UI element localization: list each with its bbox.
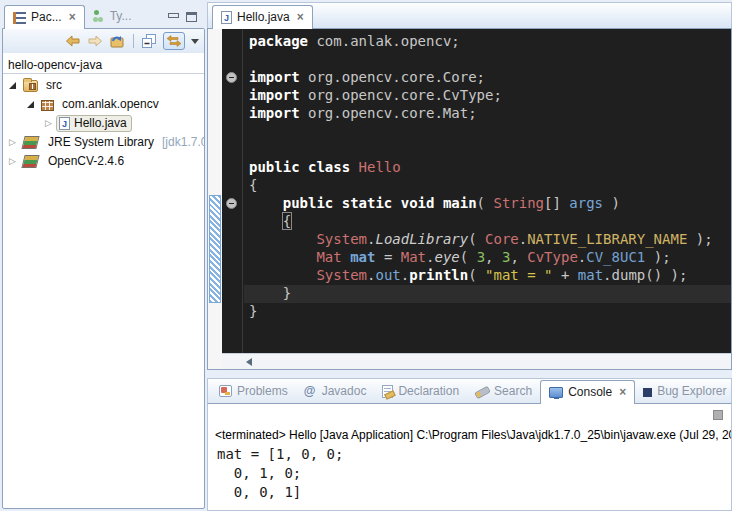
close-icon[interactable]: × <box>69 12 76 22</box>
tree-item-label: JRE System Library <box>48 135 154 149</box>
scroll-left-arrow-icon[interactable] <box>246 358 252 366</box>
tree-item-content: JRE System Library[jdk1.7.0_25] <box>20 134 204 151</box>
back-button[interactable] <box>65 35 81 47</box>
code-line[interactable]: import org.opencv.core.Core; <box>244 69 731 87</box>
up-button[interactable] <box>109 34 125 48</box>
tree-item[interactable]: src <box>3 76 204 95</box>
code-token: org.opencv.core.CvType; <box>300 87 502 103</box>
console-tab-bug-explorer[interactable]: Bug Explorer <box>635 380 732 403</box>
project-tree: hello-opencv-java srccom.anlak.opencvHel… <box>3 53 204 171</box>
console-tab-label: Console <box>568 385 612 399</box>
tree-item[interactable]: JRE System Library[jdk1.7.0_25] <box>3 133 204 152</box>
code-token: NATIVE_LIBRARY_NAME <box>527 231 687 247</box>
code-line[interactable] <box>244 51 731 69</box>
package-explorer-icon <box>13 12 26 24</box>
view-tab-pac-[interactable]: Pac...× <box>4 5 85 29</box>
fold-collapse-icon[interactable] <box>226 72 237 83</box>
code-line[interactable]: System.out.println( "mat = " + mat.dump(… <box>244 267 731 285</box>
console-tab-javadoc[interactable]: Javadoc <box>296 380 375 403</box>
package-explorer-toolbar <box>3 29 204 53</box>
code-line[interactable]: import org.opencv.core.CvType; <box>244 87 731 105</box>
code-line[interactable]: public class Hello <box>244 159 731 177</box>
console-tab-search[interactable]: Search <box>467 380 540 403</box>
code-token: ( <box>460 249 477 265</box>
collapse-arrow-icon[interactable] <box>25 99 36 110</box>
package-explorer-body: hello-opencv-java srccom.anlak.opencvHel… <box>2 28 205 509</box>
bug-square-icon <box>643 388 652 397</box>
library-icon <box>21 155 39 168</box>
code-token: .dump() ); <box>603 267 687 283</box>
code-token: 3 <box>477 249 485 265</box>
close-icon[interactable]: × <box>297 12 304 22</box>
tree-item-decoration: [jdk1.7.0_25] <box>162 135 204 149</box>
console-icon <box>549 387 563 398</box>
code-line[interactable]: { <box>244 213 731 231</box>
collapse-all-button[interactable] <box>142 34 157 48</box>
code-line[interactable] <box>244 141 731 159</box>
maximize-icon[interactable] <box>186 12 197 22</box>
code-line[interactable]: package com.anlak.opencv; <box>244 33 731 51</box>
code-token: + <box>553 267 578 283</box>
code-line[interactable]: { <box>244 177 731 195</box>
console-view: ProblemsJavadocDeclarationSearchConsole×… <box>207 378 732 511</box>
code-token: import <box>249 87 300 103</box>
forward-button[interactable] <box>87 35 103 47</box>
link-with-editor-button[interactable] <box>163 32 185 50</box>
console-output[interactable]: mat = [1, 0, 0; 0, 1, 0; 0, 0, 1] <box>217 445 731 502</box>
console-tab-declaration[interactable]: Declaration <box>374 380 467 403</box>
code-line[interactable]: } <box>244 285 731 303</box>
package-explorer-tabbar: Pac...×Ty... <box>2 2 205 28</box>
tree-item[interactable]: Hello.java <box>3 114 204 133</box>
code-token: System <box>316 267 367 283</box>
project-root-label[interactable]: hello-opencv-java <box>3 56 204 73</box>
java-file-icon <box>221 11 232 24</box>
code-token: ( <box>468 231 485 247</box>
code-line[interactable]: Mat mat = Mat.eye( 3, 3, CvType.CV_8UC1 … <box>244 249 731 267</box>
fold-collapse-icon[interactable] <box>226 198 237 209</box>
expand-arrow-icon[interactable] <box>43 118 54 129</box>
folding-gutter[interactable] <box>222 29 243 353</box>
search-icon <box>475 385 489 398</box>
code-token: . <box>519 231 527 247</box>
code-token: "mat = " <box>485 267 552 283</box>
code-token <box>249 213 283 229</box>
editor-tab-hello-java[interactable]: Hello.java × <box>212 5 313 29</box>
horizontal-scrollbar[interactable] <box>222 353 731 369</box>
tree-item-content: OpenCV-2.4.6 <box>20 153 129 170</box>
package-icon <box>41 100 54 111</box>
view-window-buttons <box>167 11 205 28</box>
code-editor[interactable]: package com.anlak.opencv;import org.open… <box>244 29 731 353</box>
code-token: ); <box>645 249 670 265</box>
expand-arrow-icon[interactable] <box>7 137 18 148</box>
code-token: ( <box>468 267 485 283</box>
view-menu-button[interactable] <box>191 39 199 44</box>
code-token: Core <box>485 231 519 247</box>
console-body: <terminated> Hello [Java Application] C:… <box>207 404 732 511</box>
terminate-icon[interactable] <box>713 410 723 420</box>
view-tab-ty-[interactable]: Ty... <box>85 5 140 28</box>
declaration-icon <box>382 385 393 398</box>
code-token: , <box>485 249 502 265</box>
console-tab-console[interactable]: Console× <box>540 380 635 404</box>
collapse-arrow-icon[interactable] <box>7 80 18 91</box>
tree-item[interactable]: com.anlak.opencv <box>3 95 204 114</box>
code-line[interactable]: import org.opencv.core.Mat; <box>244 105 731 123</box>
tree-item[interactable]: OpenCV-2.4.6 <box>3 152 204 171</box>
editor-area: Hello.java × package com.anlak.opencv;im… <box>207 2 732 370</box>
code-token: com.anlak.opencv; <box>308 33 460 49</box>
toolbar-separator <box>133 34 134 48</box>
minimize-icon[interactable] <box>167 12 178 21</box>
code-token: . <box>401 267 409 283</box>
code-line[interactable]: System.LoadLibrary( Core.NATIVE_LIBRARY_… <box>244 231 731 249</box>
code-line[interactable] <box>244 123 731 141</box>
package-explorer-view: Pac...×Ty... <box>2 2 205 509</box>
code-line[interactable]: public static void main( String[] args ) <box>244 195 731 213</box>
code-token <box>342 249 350 265</box>
code-token: System <box>316 231 367 247</box>
close-icon[interactable]: × <box>619 387 626 397</box>
console-tab-problems[interactable]: Problems <box>211 380 296 403</box>
expand-arrow-icon[interactable] <box>7 156 18 167</box>
code-line[interactable]: } <box>244 303 731 321</box>
code-token: import <box>249 105 300 121</box>
annotation-ruler[interactable] <box>208 29 222 369</box>
